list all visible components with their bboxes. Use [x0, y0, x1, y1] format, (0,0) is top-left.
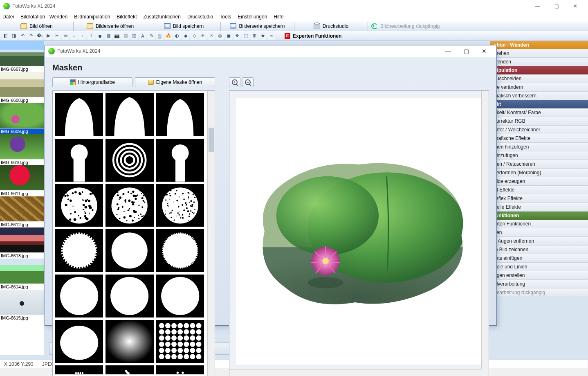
thumbnail[interactable]: IMG-6615.jpg [0, 290, 44, 321]
tool-btn-26[interactable]: ◼ [225, 32, 232, 40]
open-series-button[interactable]: Bilderserie öffnen [74, 22, 147, 31]
tool-btn-3[interactable]: ↷ [27, 32, 35, 40]
accordion-item[interactable]: ärfer / Weichzeichner [490, 126, 588, 134]
open-image-button[interactable]: Bild öffnen [0, 22, 74, 31]
accordion-item[interactable]: matisch verbessern [490, 92, 588, 100]
preview-vertical-scrollbar[interactable] [481, 91, 489, 369]
thumbnail[interactable]: IMG-6612.jpg [0, 196, 44, 227]
tool-btn-4[interactable]: �› [36, 32, 43, 40]
tool-btn-11[interactable]: ⏺ [96, 32, 103, 40]
accordion-header[interactable]: nipulation [490, 66, 588, 74]
accordion-header[interactable]: ation - Wenden [490, 41, 588, 49]
mask-thumbnail[interactable] [105, 275, 153, 317]
accordion-header[interactable]: funktionen [490, 212, 588, 220]
accordion-item[interactable]: nen / Retuschieren [490, 160, 588, 169]
accordion-item[interactable]: in Bild zeichnen [490, 245, 588, 254]
thumbnail[interactable]: IMG-6608.jpg [0, 72, 44, 103]
tool-btn-18[interactable]: ▒ [156, 32, 164, 40]
mask-thumbnail[interactable] [55, 93, 103, 136]
accordion-item[interactable]: gkeit/ Kontrast/ Farbe [490, 108, 588, 117]
tool-btn-15[interactable]: ▥ [130, 32, 138, 40]
undo-edit-button[interactable]: Bildbearbeitung rückgängig [368, 22, 443, 31]
thumbnail[interactable]: IMG-6607.jpg [0, 41, 44, 72]
accordion-item[interactable]: verformen (Morphing) [490, 169, 588, 177]
tool-btn-17[interactable]: ✎ [148, 32, 155, 40]
menu-druckstudio[interactable]: Druckstudio [187, 14, 213, 20]
mask-gallery-scrollbar[interactable] [207, 91, 215, 376]
accordion-item[interactable]: bearbeitung rückgängig [490, 288, 588, 297]
mask-thumbnail[interactable] [156, 184, 204, 227]
menu-zusatzfunktionen[interactable]: Zusatzfunktionen [143, 14, 180, 20]
tool-btn-31[interactable]: ≡ [268, 32, 275, 40]
tool-btn-0[interactable]: ◧ [2, 32, 9, 40]
mask-thumbnail[interactable] [156, 365, 204, 374]
open-own-mask-button[interactable]: Eigene Maske öffnen [135, 77, 215, 87]
tool-btn-9[interactable]: › [79, 32, 86, 40]
save-series-button[interactable]: Bilderserie speichern [221, 22, 294, 31]
accordion-item[interactable]: et Effekte [490, 186, 588, 194]
mask-thumbnail[interactable] [55, 365, 103, 374]
menu-einstellungen[interactable]: Einstellungen [238, 14, 267, 20]
accordion-item[interactable]: wenden [490, 58, 588, 66]
mask-gallery[interactable] [52, 90, 215, 376]
window-minimize[interactable]: — [528, 0, 547, 12]
dialog-minimize[interactable]: — [439, 45, 457, 57]
accordion-item[interactable]: ße verändern [490, 83, 588, 92]
tool-btn-8[interactable]: ↔ [70, 32, 78, 40]
tool-btn-2[interactable]: ↶ [19, 32, 26, 40]
accordion-item[interactable]: erten Funktionen [490, 220, 588, 228]
preview-horizontal-scrollbar[interactable] [229, 369, 481, 376]
mask-thumbnail[interactable] [55, 229, 103, 272]
tool-btn-21[interactable]: ◆ [182, 32, 189, 40]
menu-datei[interactable]: Datei [2, 14, 14, 20]
mask-thumbnail[interactable] [105, 229, 153, 272]
tool-btn-30[interactable]: ★ [259, 32, 267, 40]
tool-btn-23[interactable]: ☀ [199, 32, 206, 40]
accordion-item[interactable]: reflex Effekte [490, 194, 588, 203]
accordion-item[interactable]: drehen [490, 49, 588, 58]
tool-btn-20[interactable]: ◐ [173, 32, 181, 40]
tool-btn-10[interactable]: ፧ [88, 32, 95, 40]
tool-btn-25[interactable]: ◎ [216, 32, 224, 40]
mask-thumbnail[interactable] [55, 275, 103, 317]
tool-btn-6[interactable]: ✂ [53, 32, 61, 40]
thumbnail[interactable]: IMG-6614.jpg [0, 259, 44, 290]
save-image-button[interactable]: Bild speichern [147, 22, 221, 31]
accordion-item[interactable]: korrektur RGB [490, 117, 588, 126]
thumbnail-strip[interactable]: IMG-6607.jpgIMG-6608.jpgIMG-6609.jpgIMG-… [0, 41, 44, 355]
expert-functions-button[interactable]: EExperten Funktionen [285, 33, 341, 39]
tool-btn-22[interactable]: ◇ [191, 32, 198, 40]
accordion-item[interactable]: arts einfügen [490, 254, 588, 263]
mask-thumbnail[interactable] [156, 275, 204, 317]
tool-btn-14[interactable]: ▤ [122, 32, 129, 40]
mask-thumbnail[interactable] [105, 93, 153, 136]
tool-btn-24[interactable]: ☉ [208, 32, 215, 40]
tool-btn-19[interactable]: 🔥 [165, 32, 172, 40]
accordion-item[interactable]: men hinzufügen [490, 143, 588, 151]
accordion-header[interactable]: ekt [490, 100, 588, 108]
accordion-item[interactable]: älde erzeugen [490, 177, 588, 186]
mask-thumbnail[interactable] [55, 139, 103, 182]
accordion-item[interactable]: e Augen entfernen [490, 237, 588, 245]
tool-btn-5[interactable]: ⯈ [45, 32, 52, 40]
tool-btn-12[interactable]: ▦ [105, 32, 112, 40]
mask-thumbnail[interactable] [156, 229, 204, 272]
print-studio-button[interactable]: Druckstudio [294, 22, 368, 31]
tool-btn-16[interactable]: A [139, 32, 146, 40]
mask-thumbnail[interactable] [105, 139, 153, 182]
menu-bildeffekt[interactable]: Bildeffekt [117, 14, 137, 20]
mask-thumbnail[interactable] [55, 320, 103, 363]
accordion-item[interactable]: bole und Linien [490, 263, 588, 271]
tool-btn-7[interactable]: ▭ [62, 32, 69, 40]
menu-bildmanipulation[interactable]: Bildmanipulation [74, 14, 110, 20]
mask-thumbnail[interactable] [105, 320, 153, 363]
tool-btn-13[interactable]: 📷 [113, 32, 121, 40]
tool-btn-27[interactable]: ❖ [233, 32, 241, 40]
mask-thumbnail[interactable] [156, 139, 204, 182]
window-close[interactable]: ✕ [566, 0, 585, 12]
accordion-item[interactable]: agen erstellen [490, 271, 588, 280]
accordion-item[interactable]: ken [490, 228, 588, 237]
mask-thumbnail[interactable] [105, 365, 153, 374]
mask-thumbnail[interactable] [156, 93, 204, 136]
tool-btn-29[interactable]: ⊞ [251, 32, 258, 40]
